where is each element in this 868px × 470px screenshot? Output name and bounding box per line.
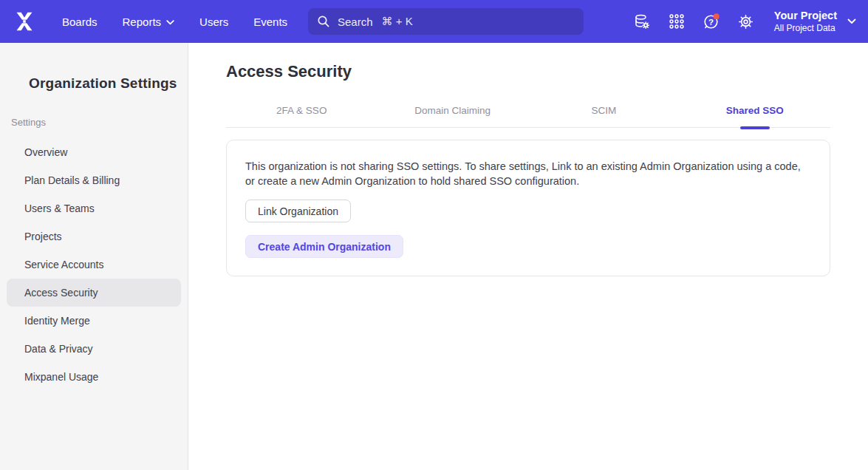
gear-icon — [737, 13, 754, 30]
svg-text:?: ? — [708, 18, 714, 27]
project-selector[interactable]: Your Project All Project Data — [774, 9, 856, 34]
sidebar-title: Organization Settings — [0, 43, 188, 92]
settings-sidebar: Organization Settings Settings Overview … — [0, 43, 188, 470]
nav-item-reports-label: Reports — [123, 16, 162, 28]
search-placeholder: Search — [338, 16, 373, 28]
access-security-tabs: 2FA & SSO Domain Claiming SCIM Shared SS… — [226, 105, 830, 128]
apps-grid-button[interactable] — [668, 13, 686, 30]
search-input[interactable]: Search ⌘ + K — [308, 8, 584, 35]
grid-dots-icon — [669, 13, 685, 30]
nav-item-events-label: Events — [253, 16, 287, 28]
search-shortcut-hint: ⌘ + K — [382, 15, 413, 28]
sidebar-item-mixpanel-usage[interactable]: Mixpanel Usage — [7, 363, 181, 391]
tab-label: 2FA & SSO — [276, 105, 327, 116]
tab-domain-claiming[interactable]: Domain Claiming — [377, 105, 529, 127]
sidebar-item-label: Mixpanel Usage — [24, 371, 98, 383]
shared-sso-card: This organization is not sharing SSO set… — [226, 140, 830, 276]
nav-item-users[interactable]: Users — [199, 16, 228, 28]
nav-item-users-label: Users — [199, 16, 228, 28]
sidebar-item-projects[interactable]: Projects — [7, 222, 181, 251]
sidebar-item-plan-details-billing[interactable]: Plan Details & Billing — [7, 166, 181, 194]
page-title: Access Security — [226, 62, 830, 81]
sidebar-item-label: Access Security — [24, 287, 98, 299]
main-content: Access Security 2FA & SSO Domain Claimin… — [189, 43, 868, 470]
tab-label: Domain Claiming — [414, 105, 491, 116]
sidebar-item-label: Overview — [24, 146, 67, 158]
project-selector-text: Your Project All Project Data — [774, 9, 837, 34]
sidebar-item-data-privacy[interactable]: Data & Privacy — [7, 335, 181, 363]
tab-2fa-sso[interactable]: 2FA & SSO — [226, 105, 377, 127]
project-data-scope: All Project Data — [774, 23, 837, 34]
sidebar-item-label: Plan Details & Billing — [24, 174, 120, 186]
navbar-left-group: Boards Reports Users Events — [12, 0, 287, 43]
sidebar-item-label: Service Accounts — [24, 259, 103, 270]
sidebar-item-label: Users & Teams — [24, 202, 95, 214]
chevron-down-icon — [847, 18, 856, 24]
chevron-down-icon — [166, 20, 174, 25]
sidebar-items: Overview Plan Details & Billing Users & … — [0, 138, 188, 391]
tab-label: Shared SSO — [726, 105, 784, 116]
sidebar-item-label: Data & Privacy — [24, 343, 93, 355]
top-navbar: Boards Reports Users Events Search ⌘ + K — [0, 0, 868, 43]
tab-shared-sso[interactable]: Shared SSO — [680, 105, 831, 127]
nav-item-boards-label: Boards — [62, 16, 98, 28]
sidebar-section-label: Settings — [11, 117, 188, 128]
nav-item-events[interactable]: Events — [253, 16, 287, 28]
link-organization-button[interactable]: Link Organization — [245, 200, 351, 222]
sidebar-item-access-security[interactable]: Access Security — [7, 279, 181, 307]
nav-item-reports[interactable]: Reports — [123, 16, 175, 28]
sidebar-item-users-teams[interactable]: Users & Teams — [7, 194, 181, 222]
search-icon — [317, 15, 330, 28]
sidebar-item-label: Projects — [24, 231, 62, 242]
project-name: Your Project — [774, 9, 837, 22]
nav-item-boards[interactable]: Boards — [62, 16, 98, 28]
data-management-button[interactable] — [633, 13, 651, 30]
navbar-right-group: ? Your Project All Project Data — [616, 0, 856, 43]
mixpanel-logo-icon — [14, 11, 35, 32]
sidebar-item-label: Identity Merge — [24, 315, 90, 327]
help-question-icon: ? — [703, 13, 720, 30]
sidebar-item-identity-merge[interactable]: Identity Merge — [7, 307, 181, 335]
database-gear-icon — [633, 13, 651, 30]
sidebar-item-overview[interactable]: Overview — [7, 138, 181, 166]
settings-button[interactable] — [737, 13, 755, 30]
mixpanel-logo[interactable] — [12, 9, 37, 34]
help-button[interactable]: ? — [703, 13, 720, 30]
tab-scim[interactable]: SCIM — [528, 105, 680, 127]
create-admin-organization-button[interactable]: Create Admin Organization — [245, 235, 403, 258]
sidebar-item-service-accounts[interactable]: Service Accounts — [7, 251, 181, 279]
shared-sso-description: This organization is not sharing SSO set… — [245, 160, 811, 188]
notification-badge — [714, 13, 720, 19]
tab-label: SCIM — [591, 105, 616, 116]
